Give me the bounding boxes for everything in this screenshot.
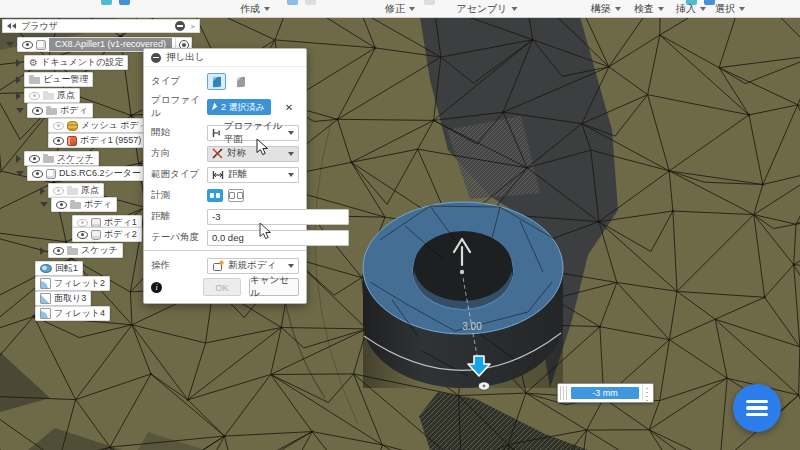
distance-value-input[interactable]: -3 mm (571, 387, 639, 399)
folder-icon (43, 93, 54, 100)
toolbar-partial-icon[interactable] (305, 0, 316, 5)
menu-create[interactable]: 作成 (240, 1, 270, 16)
browser-resize-icon[interactable]: > (190, 22, 195, 31)
menu-inspect[interactable]: 検査 (634, 1, 664, 16)
extrude-thin-type-icon[interactable] (231, 73, 250, 90)
sidebar-item-body2[interactable]: ボディ2 (72, 228, 142, 241)
component-icon (36, 40, 46, 50)
menu-insert[interactable]: 挿入 (676, 1, 706, 16)
eye-icon[interactable] (22, 41, 33, 49)
revolve-icon (40, 264, 52, 273)
ring-model[interactable] (363, 202, 563, 388)
measure-whole-length-icon[interactable] (228, 189, 244, 202)
drag-handle-icon[interactable] (560, 386, 568, 400)
sidebar-item-body1-9557[interactable]: ボディ1 (9557) (48, 134, 146, 147)
body-icon (91, 218, 101, 228)
direction-dropdown[interactable]: 対称 (207, 146, 299, 162)
sidebar-item-fillet2[interactable]: フィレット2 (35, 277, 110, 290)
browser-minimize-icon[interactable] (175, 21, 185, 31)
sidebar-item-mesh-body1[interactable]: メッシュ ボディ1 (48, 119, 158, 132)
twisty-collapsed-icon[interactable] (40, 247, 45, 255)
eye-icon[interactable] (32, 170, 43, 178)
chevron-down-icon (739, 7, 745, 11)
twisty-collapsed-icon[interactable] (16, 59, 21, 67)
cancel-button[interactable]: キャンセル (249, 278, 299, 296)
manipulator-origin-dot[interactable] (460, 270, 464, 274)
sidebar-item-view-management[interactable]: ビュー管理 (16, 73, 93, 86)
twisty-collapsed-icon[interactable] (40, 187, 45, 195)
distance-input[interactable] (207, 209, 349, 225)
operation-dropdown[interactable]: 新規ボディ (207, 258, 299, 274)
cursor-select-icon (212, 103, 218, 112)
sidebar-item-origin2[interactable]: 原点 (40, 184, 104, 197)
browser-collapse-icon[interactable] (7, 23, 16, 29)
toolbar-partial-icon[interactable] (424, 0, 435, 5)
twisty-collapsed-icon[interactable] (16, 76, 21, 84)
eye-icon[interactable] (53, 137, 64, 145)
menu-select[interactable]: 選択 (715, 1, 745, 16)
twisty-collapsed-icon[interactable] (16, 155, 21, 163)
sidebar-item-document-settings[interactable]: ⚙ ドキュメントの設定 (16, 56, 128, 69)
ok-button[interactable]: OK (203, 278, 241, 296)
toolbar-partial-icon[interactable] (287, 0, 298, 5)
fillet-icon (40, 308, 51, 319)
fab-menu-button[interactable] (733, 384, 781, 432)
start-dropdown[interactable]: プロファイル平面 (207, 125, 299, 141)
twisty-expanded-icon[interactable] (6, 42, 14, 47)
eye-icon[interactable] (77, 231, 88, 239)
row-distance: 距離 (151, 208, 299, 225)
new-body-icon (212, 260, 224, 272)
eye-off-icon[interactable] (29, 92, 40, 100)
chevron-down-icon (615, 7, 621, 11)
dialog-title: 押し出し (166, 51, 204, 64)
sidebar-item-origin[interactable]: 原点 (16, 89, 80, 102)
sidebar-item-sketches2[interactable]: スケッチ (40, 244, 123, 257)
menu-modify[interactable]: 修正 (385, 1, 415, 16)
eye-off-icon[interactable] (77, 219, 88, 227)
sidebar-item-fillet4[interactable]: フィレット4 (35, 307, 110, 320)
menu-assembly[interactable]: アセンブリ (456, 1, 517, 16)
clear-selection-icon[interactable]: ✕ (285, 102, 293, 113)
twisty-collapsed-icon[interactable] (16, 92, 21, 100)
browser-header[interactable]: ブラウザ > (2, 19, 200, 33)
sidebar-item-dls-component[interactable]: DLS.RC6.2シーター v (16, 167, 153, 180)
grip-dots-icon[interactable] (642, 385, 652, 401)
symmetric-direction-icon (212, 148, 223, 159)
profile-selection-chip[interactable]: 2 選択済み (207, 99, 271, 115)
fusion360-window: 3.00 作成 修正 アセンブリ 構築 検査 挿入 選択 ブラウザ > (0, 0, 800, 450)
eye-off-icon[interactable] (53, 122, 64, 130)
twisty-expanded-icon[interactable] (16, 108, 24, 113)
eye-off-icon[interactable] (53, 187, 64, 195)
row-extent: 範囲タイプ 距離 (151, 166, 299, 183)
folder-icon (43, 156, 54, 163)
sidebar-item-revolve1[interactable]: 回転1 (35, 262, 83, 275)
twisty-expanded-icon[interactable] (40, 202, 48, 207)
dimension-label: 3.00 (462, 321, 482, 332)
info-icon[interactable]: i (151, 282, 162, 293)
chevron-down-icon (409, 7, 415, 11)
measure-one-side-icon[interactable] (207, 189, 223, 202)
eye-icon[interactable] (53, 247, 64, 255)
dialog-titlebar[interactable]: 押し出し (144, 49, 306, 67)
folder-icon (46, 108, 57, 115)
chevron-down-icon (264, 7, 270, 11)
sidebar-item-bodies[interactable]: ボディ (16, 104, 93, 117)
distance-value-box[interactable]: -3 mm (557, 383, 654, 403)
sidebar-item-chamfer3[interactable]: 面取り3 (35, 292, 91, 305)
taper-angle-input[interactable] (207, 230, 349, 246)
sidebar-item-sketches[interactable]: スケッチ (16, 152, 99, 165)
toolbar-partial-icon[interactable] (119, 0, 130, 5)
sidebar-item-bodies2[interactable]: ボディ (40, 198, 117, 211)
eye-icon[interactable] (29, 155, 40, 163)
menu-construct[interactable]: 構築 (591, 1, 621, 16)
twisty-expanded-icon[interactable] (16, 171, 24, 176)
eye-icon[interactable] (32, 107, 43, 115)
extrude-solid-type-icon[interactable] (207, 73, 226, 90)
eye-icon[interactable] (56, 201, 67, 209)
row-type: タイプ (151, 73, 299, 90)
dialog-grip-icon[interactable] (151, 53, 161, 63)
toolbar-partial-icon[interactable] (101, 0, 112, 5)
extent-type-dropdown[interactable]: 距離 (207, 167, 299, 183)
fillet-icon (40, 278, 51, 289)
gear-icon: ⚙ (29, 58, 38, 68)
